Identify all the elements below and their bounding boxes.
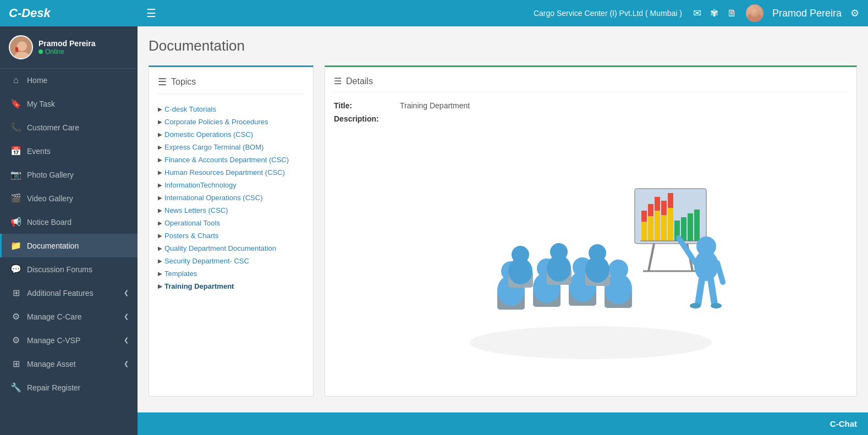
topic-link[interactable]: ▶ Human Resources Department (CSC): [158, 168, 304, 177]
list-item: ▶ Templates: [158, 267, 304, 280]
user-avatar-top: [746, 4, 763, 22]
sidebar-item-manage-c-vsp[interactable]: ⚙ Manage C-VSP ❮: [0, 328, 138, 352]
nav-label-manage-c-vsp: Manage C-VSP: [27, 336, 118, 345]
nav-arrow-manage-c-vsp: ❮: [124, 337, 129, 344]
sidebar-item-documentation[interactable]: 📁 Documentation: [0, 234, 138, 257]
sidebar-user-info: Pramod Pereira Online: [39, 39, 96, 56]
topic-link[interactable]: ▶ C-desk Tutorials: [158, 105, 304, 113]
svg-rect-20: [681, 217, 686, 241]
topic-link[interactable]: ▶ Quality Department Documentation: [158, 244, 304, 252]
list-item: ▶ International Operations (CSC): [158, 191, 304, 204]
nav-icon-home: ⌂: [10, 75, 21, 85]
mail-icon[interactable]: ✉: [693, 7, 701, 19]
topics-title: Topics: [171, 77, 196, 87]
nav-label-home: Home: [27, 76, 129, 85]
network-icon[interactable]: ✾: [710, 7, 718, 19]
title-value: Training Department: [400, 101, 470, 110]
svg-point-30: [690, 303, 701, 309]
sidebar-user-avatar: [9, 35, 33, 59]
topic-link[interactable]: ▶ Express Cargo Terminal (BOM): [158, 143, 304, 151]
sidebar-item-manage-c-care[interactable]: ⚙ Manage C-Care ❮: [0, 305, 138, 328]
title-row: Title: Training Department: [334, 101, 848, 110]
company-name: Cargo Service Center (I) Pvt.Ltd ( Mumba…: [534, 9, 682, 18]
svg-rect-16: [655, 197, 660, 211]
nav-label-manage-c-care: Manage C-Care: [27, 312, 118, 321]
document-icon[interactable]: 🗎: [727, 8, 737, 19]
sidebar-item-video-gallery[interactable]: 🎬 Video Gallery: [0, 186, 138, 210]
nav-label-manage-asset: Manage Asset: [27, 360, 118, 368]
sidebar-item-photo-gallery[interactable]: 📷 Photo Gallery: [0, 163, 138, 186]
topic-link[interactable]: ▶ Security Department- CSC: [158, 257, 304, 265]
nav-icon-my-task: 🔖: [10, 98, 21, 109]
sidebar-item-manage-asset[interactable]: ⊞ Manage Asset ❮: [0, 352, 138, 376]
sidebar-item-discussion-forums[interactable]: 💬 Discussion Forums: [0, 257, 138, 281]
topic-arrow: ▶: [158, 207, 162, 213]
settings-icon[interactable]: ⚙: [850, 7, 859, 19]
svg-point-43: [608, 260, 628, 279]
topic-link[interactable]: ▶ Operational Tools: [158, 219, 304, 227]
nav-icon-discussion-forums: 💬: [10, 264, 21, 274]
status-text: Online: [45, 48, 64, 56]
nav-icon-repair-register: 🔧: [10, 382, 21, 393]
description-label: Description:: [334, 114, 400, 123]
sidebar-item-events[interactable]: 📅 Events: [0, 139, 138, 163]
sidebar-item-repair-register[interactable]: 🔧 Repair Register: [0, 376, 138, 399]
topic-link[interactable]: ▶ Corporate Policies & Procedures: [158, 118, 304, 126]
topic-link[interactable]: ▶ Domestic Operations (CSC): [158, 130, 304, 139]
hamburger-icon[interactable]: ☰: [146, 7, 156, 20]
nav-label-additional-features: Additional Features: [27, 289, 118, 298]
topics-panel: ☰ Topics ▶ C-desk Tutorials▶ Corporate P…: [149, 65, 314, 397]
nav-icon-additional-features: ⊞: [10, 288, 21, 298]
sidebar-status: Online: [39, 48, 96, 56]
header-icons: ✉ ✾ 🗎 Pramod Pereira ⚙: [693, 4, 859, 22]
list-item: ▶ Corporate Policies & Procedures: [158, 115, 304, 128]
topic-link[interactable]: ▶ InformationTechnology: [158, 181, 304, 189]
list-item: ▶ Human Resources Department (CSC): [158, 166, 304, 179]
svg-rect-3: [15, 47, 18, 52]
list-item: ▶ Quality Department Documentation: [158, 242, 304, 255]
details-icon: ☰: [334, 76, 342, 86]
list-item: ▶ InformationTechnology: [158, 179, 304, 191]
brand-logo: C-Desk: [9, 6, 146, 20]
svg-point-4: [470, 326, 712, 359]
sidebar-item-home[interactable]: ⌂ Home: [0, 69, 138, 92]
svg-rect-17: [661, 201, 667, 215]
topic-link[interactable]: ▶ Posters & Charts: [158, 232, 304, 240]
nav-arrow-manage-asset: ❮: [124, 360, 129, 367]
sidebar-item-additional-features[interactable]: ⊞ Additional Features ❮: [0, 281, 138, 305]
nav-label-video-gallery: Video Gallery: [27, 194, 129, 203]
svg-point-1: [17, 41, 27, 51]
training-illustration: [453, 156, 728, 365]
topic-arrow: ▶: [158, 169, 162, 175]
sidebar-item-notice-board[interactable]: 📢 Notice Board: [0, 210, 138, 234]
sidebar-item-customer-care[interactable]: 📞 Customer Care: [0, 115, 138, 139]
training-image-area: [334, 133, 848, 387]
sidebar-item-my-task[interactable]: 🔖 My Task: [0, 92, 138, 115]
status-dot: [39, 49, 43, 54]
nav-icon-manage-c-care: ⚙: [10, 311, 21, 322]
topic-link[interactable]: ▶ News Letters (CSC): [158, 206, 304, 214]
topic-link[interactable]: ▶ Templates: [158, 269, 304, 278]
main-content: Documentation ☰ Topics ▶ C-desk Tutorial…: [138, 26, 868, 435]
svg-line-27: [717, 263, 723, 282]
nav-label-documentation: Documentation: [27, 241, 129, 250]
topic-link[interactable]: ▶ International Operations (CSC): [158, 194, 304, 202]
nav-icon-manage-asset: ⊞: [10, 359, 21, 369]
title-label: Title:: [334, 101, 400, 110]
topic-arrow: ▶: [158, 157, 162, 163]
nav-label-my-task: My Task: [27, 100, 129, 108]
svg-point-25: [696, 236, 716, 256]
topic-arrow: ▶: [158, 233, 162, 239]
body-layout: Pramod Pereira Online ⌂ Home 🔖 My Task 📞…: [0, 26, 868, 435]
nav-icon-documentation: 📁: [10, 240, 21, 251]
list-item: ▶ Operational Tools: [158, 217, 304, 229]
chat-bar[interactable]: C-Chat: [138, 412, 868, 435]
topic-link[interactable]: ▶ Training Department: [158, 282, 304, 290]
list-item: ▶ Training Department: [158, 280, 304, 293]
topic-arrow: ▶: [158, 220, 162, 226]
svg-rect-10: [648, 216, 653, 241]
sidebar-nav: ⌂ Home 🔖 My Task 📞 Customer Care 📅 Event…: [0, 69, 138, 435]
topic-link[interactable]: ▶ Finance & Accounts Department (CSC): [158, 156, 304, 164]
sidebar-user: Pramod Pereira Online: [0, 26, 138, 69]
svg-rect-13: [668, 208, 673, 241]
